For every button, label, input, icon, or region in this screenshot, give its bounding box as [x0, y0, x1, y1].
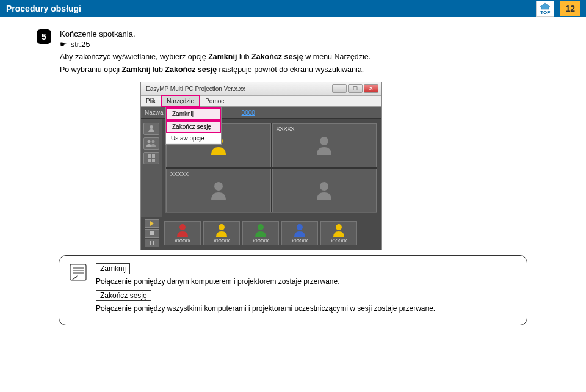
menu-plik[interactable]: Plik [141, 96, 161, 106]
cell-label: XXXXX [170, 171, 189, 177]
stop-icon [150, 231, 154, 236]
person-icon [215, 223, 228, 238]
tile-label: XXXXX [292, 238, 308, 244]
window-titlebar: EasyMP Multi PC Projection Ver.x.xx ─ ☐ … [141, 82, 381, 96]
text: lub [151, 65, 165, 74]
user-tile-4[interactable]: XXXXX [281, 221, 318, 245]
tile-label: XXXXX [331, 238, 347, 244]
text: lub [237, 53, 251, 61]
person-icon [254, 223, 267, 238]
svg-point-10 [320, 182, 328, 191]
tile-label: XXXXX [253, 238, 269, 244]
menu-narzedzie[interactable]: Narzędzie [161, 95, 200, 107]
grid-cell-2[interactable]: XXXXX [272, 123, 377, 167]
person-icon [209, 180, 228, 201]
sidebar-single-icon[interactable] [143, 123, 159, 135]
svg-point-8 [320, 137, 328, 145]
menubar: Plik Narzędzie Pomoc [141, 96, 381, 107]
sidebar-grid-icon[interactable] [143, 152, 159, 164]
step-row: 5 Kończenie spotkania. ☛ str.25 Aby zako… [37, 29, 549, 77]
svg-rect-13 [153, 241, 154, 245]
svg-point-0 [150, 125, 153, 129]
step-reference[interactable]: ☛ str.25 [60, 40, 549, 49]
step-body: Kończenie spotkania. ☛ str.25 Aby zakońc… [60, 29, 549, 77]
svg-rect-19 [70, 264, 86, 280]
bold: Zamknij [208, 53, 237, 61]
app-screenshot: EasyMP Multi PC Projection Ver.x.xx ─ ☐ … [140, 82, 549, 250]
bold: Zakończ sesję [251, 53, 303, 61]
step-number-badge: 5 [37, 29, 51, 44]
note-box: Zamknij Połączenie pomiędzy danym komput… [59, 255, 527, 326]
person-icon [332, 223, 345, 238]
people-icon [146, 139, 157, 148]
person-icon [314, 180, 334, 201]
tile-label: XXXXX [214, 238, 230, 244]
step-title: Kończenie spotkania. [60, 29, 549, 38]
svg-point-1 [148, 140, 151, 143]
pause-icon [150, 241, 154, 245]
header-right: TOP 12 [536, 1, 580, 17]
dropdown-ustaw[interactable]: Ustaw opcje [166, 133, 221, 144]
svg-point-2 [152, 140, 155, 143]
bottom-strip: XXXXX XXXXX XXXXX XXXXX XXXXX [141, 217, 381, 250]
page-title: Procedury obsługi [6, 4, 81, 13]
user-tile-5[interactable]: XXXXX [320, 221, 357, 245]
note-heading-zamknij: Zamknij [96, 263, 130, 274]
ref-text: str.25 [71, 40, 90, 49]
toolbar-label: Nazwa [145, 109, 164, 116]
top-badge[interactable]: TOP [536, 1, 554, 17]
bold: Zakończ sesję [165, 65, 217, 74]
page-number: 12 [560, 1, 580, 16]
svg-rect-6 [152, 159, 155, 162]
close-button[interactable]: ✕ [364, 84, 378, 93]
person-icon [314, 135, 334, 156]
note-heading-zakoncz: Zakończ sesję [96, 290, 151, 301]
grid-cell-4[interactable] [272, 169, 377, 212]
left-sidebar [141, 119, 162, 217]
text: Po wybraniu opcji [60, 65, 121, 74]
text: w menu Narzędzie. [303, 53, 371, 61]
paragraph-2: Po wybraniu opcji Zamknij lub Zakończ se… [60, 64, 549, 76]
window-buttons: ─ ☐ ✕ [332, 84, 378, 93]
text: Aby zakończyć wyświetlanie, wybierz opcj… [60, 53, 208, 61]
user-tile-2[interactable]: XXXXX [203, 221, 240, 245]
user-tile-3[interactable]: XXXXX [242, 221, 279, 245]
svg-rect-12 [150, 241, 151, 245]
svg-rect-3 [148, 154, 151, 158]
content-area: 5 Kończenie spotkania. ☛ str.25 Aby zako… [0, 17, 586, 332]
page-header: Procedury obsługi TOP 12 [0, 0, 586, 17]
pointer-icon: ☛ [60, 40, 67, 49]
stop-button[interactable] [145, 229, 159, 238]
svg-point-16 [258, 224, 264, 230]
person-icon [176, 223, 189, 238]
dropdown-zakoncz[interactable]: Zakończ sesję [166, 120, 221, 133]
play-button[interactable] [145, 219, 159, 228]
text: następuje powrót do ekranu wyszukiwania. [217, 65, 364, 74]
svg-point-14 [179, 224, 186, 230]
bold: Zamknij [121, 65, 150, 74]
menu-pomoc[interactable]: Pomoc [200, 96, 229, 106]
maximize-button[interactable]: ☐ [348, 84, 363, 93]
top-label: TOP [540, 10, 550, 15]
note-text-1: Połączenie pomiędzy danym komputerem i p… [96, 277, 516, 287]
tile-label: XXXXX [175, 238, 191, 244]
sidebar-group-icon[interactable] [143, 137, 159, 150]
svg-point-17 [297, 224, 303, 230]
toolbar-link[interactable]: 0000 [242, 109, 255, 116]
note-text-2: Połączenie pomiędzy wszystkimi komputera… [96, 303, 516, 314]
grid-icon [147, 154, 156, 162]
play-controls [145, 219, 162, 247]
grid-cell-3[interactable]: XXXXX [166, 169, 271, 212]
narzedzie-dropdown: Zamknij Zakończ sesję Ustaw opcje [165, 107, 222, 145]
svg-rect-5 [148, 159, 151, 162]
user-tile-1[interactable]: XXXXX [164, 221, 201, 245]
svg-point-15 [219, 224, 225, 230]
svg-rect-4 [152, 154, 155, 158]
window-title: EasyMP Multi PC Projection Ver.x.xx [143, 85, 332, 92]
dropdown-zamknij[interactable]: Zamknij [166, 107, 221, 120]
minimize-button[interactable]: ─ [332, 84, 347, 93]
svg-point-9 [214, 182, 223, 191]
svg-point-18 [336, 224, 342, 230]
pause-button[interactable] [145, 239, 159, 247]
person-icon [147, 125, 156, 133]
